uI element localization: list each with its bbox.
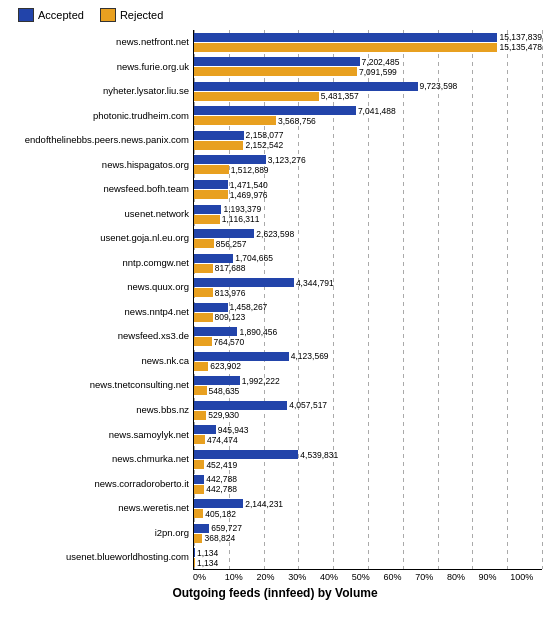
bar-group: 2,158,0772,152,542: [194, 131, 542, 151]
bar-rejected: [194, 558, 195, 567]
bar-row-accepted: 2,158,077: [194, 131, 542, 140]
bar-accepted-value: 1,193,379: [223, 204, 261, 214]
legend-accepted-label: Accepted: [38, 9, 84, 21]
bar-row-accepted: 7,202,485: [194, 57, 542, 66]
y-label: usenet.network: [8, 209, 189, 219]
bar-row-accepted: 1,134: [194, 548, 542, 557]
bar-accepted: [194, 327, 237, 336]
bar-row-rejected: 623,902: [194, 362, 542, 371]
bar-accepted: [194, 131, 244, 140]
y-label: i2pn.org: [8, 528, 189, 538]
bar-rejected: [194, 239, 214, 248]
bar-rejected-value: 856,257: [216, 239, 247, 249]
x-tick-label: 30%: [288, 572, 320, 582]
bar-rejected: [194, 386, 207, 395]
bar-accepted-value: 9,723,598: [420, 81, 458, 91]
bar-group: 2,623,598856,257: [194, 229, 542, 249]
bar-rejected: [194, 288, 213, 297]
legend: Accepted Rejected: [18, 8, 542, 22]
grid-line: [542, 30, 543, 569]
bar-row-rejected: 5,431,357: [194, 92, 542, 101]
bar-group: 1,458,267809,123: [194, 302, 542, 322]
bar-rejected-value: 813,976: [215, 288, 246, 298]
bar-accepted-value: 659,727: [211, 523, 242, 533]
bar-group: 1,704,665817,688: [194, 253, 542, 273]
bar-accepted: [194, 425, 216, 434]
bar-accepted: [194, 57, 360, 66]
bar-group: 9,723,5985,431,357: [194, 82, 542, 102]
bar-row-accepted: 4,344,791: [194, 278, 542, 287]
x-tick-label: 90%: [479, 572, 511, 582]
bar-group: 4,123,569623,902: [194, 352, 542, 372]
bar-rejected-value: 3,568,756: [278, 116, 316, 126]
x-tick-label: 60%: [383, 572, 415, 582]
bar-accepted: [194, 376, 240, 385]
bar-rejected: [194, 190, 228, 199]
bar-row-accepted: 1,992,222: [194, 376, 542, 385]
bar-rejected: [194, 534, 202, 543]
bar-group: 4,057,517529,930: [194, 401, 542, 421]
bar-row-accepted: 4,539,831: [194, 450, 542, 459]
y-label: news.samoylyk.net: [8, 430, 189, 440]
bar-row-rejected: 15,135,478: [194, 43, 542, 52]
bar-rejected: [194, 313, 213, 322]
bar-group: 2,144,231405,182: [194, 499, 542, 519]
bar-accepted-value: 1,704,665: [235, 253, 273, 263]
bar-row-accepted: 1,471,540: [194, 180, 542, 189]
bar-accepted-value: 1,992,222: [242, 376, 280, 386]
chart-title: Outgoing feeds (innfeed) by Volume: [8, 586, 542, 600]
legend-rejected-label: Rejected: [120, 9, 163, 21]
y-label: nyheter.lysator.liu.se: [8, 86, 189, 96]
y-label: newsfeed.xs3.de: [8, 331, 189, 341]
x-axis-labels: 0%10%20%30%40%50%60%70%80%90%100%: [193, 572, 542, 582]
y-label: news.weretis.net: [8, 503, 189, 513]
y-label: news.furie.org.uk: [8, 62, 189, 72]
y-label: usenet.goja.nl.eu.org: [8, 233, 189, 243]
bar-accepted-value: 2,623,598: [256, 229, 294, 239]
bar-rejected-value: 368,824: [204, 533, 235, 543]
bar-row-rejected: 764,570: [194, 337, 542, 346]
bar-accepted-value: 442,788: [206, 474, 237, 484]
bar-row-accepted: 659,727: [194, 524, 542, 533]
bar-rejected-value: 5,431,357: [321, 91, 359, 101]
bar-accepted-value: 7,202,485: [362, 57, 400, 67]
bar-rejected-value: 2,152,542: [245, 140, 283, 150]
bar-rejected-value: 809,123: [215, 312, 246, 322]
bar-row-accepted: 7,041,488: [194, 106, 542, 115]
bar-rejected: [194, 337, 212, 346]
legend-rejected-box: [100, 8, 116, 22]
legend-accepted: Accepted: [18, 8, 84, 22]
bar-group: 1,471,5401,469,976: [194, 180, 542, 200]
bar-rejected: [194, 165, 229, 174]
bar-row-accepted: 1,890,456: [194, 327, 542, 336]
bar-accepted-value: 2,158,077: [246, 130, 284, 140]
bar-rejected-value: 1,512,889: [231, 165, 269, 175]
y-label: news.bbs.nz: [8, 405, 189, 415]
y-label: nntp.comgw.net: [8, 258, 189, 268]
bar-rejected-value: 817,688: [215, 263, 246, 273]
bar-group: 1,992,222548,635: [194, 376, 542, 396]
y-label: news.corradoroberto.it: [8, 479, 189, 489]
bar-accepted: [194, 155, 266, 164]
y-label: newsfeed.bofh.team: [8, 184, 189, 194]
bar-rejected: [194, 460, 204, 469]
bar-accepted-value: 1,458,267: [230, 302, 268, 312]
bar-rejected: [194, 116, 276, 125]
bar-group: 4,539,831452,419: [194, 450, 542, 470]
legend-rejected: Rejected: [100, 8, 163, 22]
bar-rejected: [194, 264, 213, 273]
y-labels: news.netfront.netnews.furie.org.uknyhete…: [8, 30, 193, 570]
bar-accepted: [194, 278, 294, 287]
bar-group: 1,890,456764,570: [194, 327, 542, 347]
bar-accepted: [194, 180, 228, 189]
bar-accepted: [194, 524, 209, 533]
bar-accepted: [194, 475, 204, 484]
bar-group: 1,193,3791,116,311: [194, 204, 542, 224]
bar-row-accepted: 2,623,598: [194, 229, 542, 238]
bar-rejected: [194, 509, 203, 518]
chart-container: Accepted Rejected news.netfront.netnews.…: [0, 0, 550, 630]
bar-rejected-value: 548,635: [209, 386, 240, 396]
bar-accepted-value: 1,134: [197, 548, 218, 558]
y-label: news.quux.org: [8, 282, 189, 292]
bar-accepted-value: 4,123,569: [291, 351, 329, 361]
